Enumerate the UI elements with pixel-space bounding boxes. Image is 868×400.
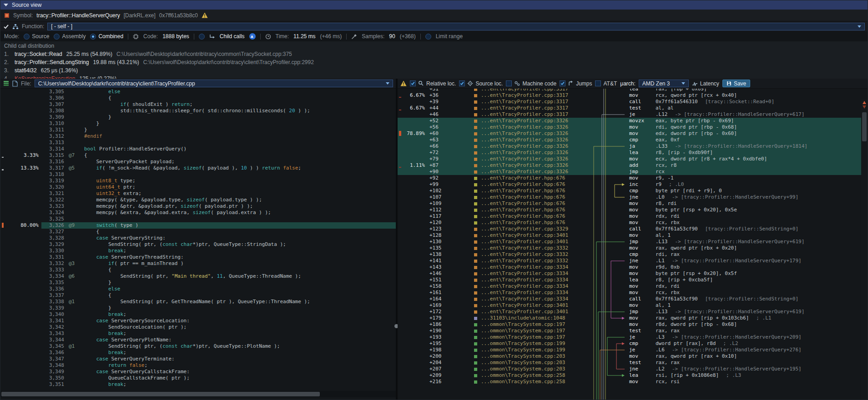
asm-row[interactable]: +190...ommon\TracySystem.cpp:197testrax,…	[398, 328, 868, 334]
asm-row[interactable]: +204...ommon\TracySystem.cpp:203testrax,…	[398, 360, 868, 366]
save-button[interactable]: Save	[722, 80, 750, 87]
source-line[interactable]: 3,328 case ServerQueryString:	[0, 235, 396, 241]
asm-row[interactable]: +200...ommon\TracySystem.cpp:203movrax, …	[398, 353, 868, 360]
mode-radio-combined[interactable]: Combined	[90, 33, 123, 40]
child-calls-toggle[interactable]	[199, 34, 205, 40]
source-line[interactable]: 3,340 break;	[0, 311, 396, 318]
asm-row[interactable]: +146...ent\TracyProfiler.cpp:3334movbyte…	[398, 270, 868, 277]
asm-row[interactable]: +112...ent\TracyProfiler.hpp:676movbyte …	[398, 207, 868, 213]
asm-row[interactable]: +99...ent\TracyProfiler.hpp:676incr9; .L…	[398, 181, 868, 188]
asm-row[interactable]: +39...ent\TracyProfiler.cpp:3317call0x7f…	[398, 99, 868, 105]
source-line[interactable]: 3,346 break;	[0, 350, 396, 356]
asm-row[interactable]: +179...31103\include\atomic:1048movrax, …	[398, 315, 868, 321]
child-call-item[interactable]: 3.stat64i32625 μs (1.36%)	[4, 66, 864, 75]
asm-row[interactable]: +31...ent\TracyProfiler.cpp:3317learax, …	[398, 89, 868, 92]
asm-row[interactable]: +138...ent\TracyProfiler.cpp:3332cmprdi,…	[398, 251, 868, 258]
asm-row[interactable]: +120...ent\TracyProfiler.hpp:676movrcx, …	[398, 220, 868, 226]
source-line[interactable]: 3,307 if( shouldExit ) return;	[0, 101, 396, 108]
asm-row[interactable]: +207...ommon\TracySystem.cpp:203jne.L2->…	[398, 366, 868, 372]
scrollbar-thumb[interactable]	[1, 392, 320, 396]
asm-row[interactable]: +56...ent\TracyProfiler.cpp:3326movrdi, …	[398, 124, 868, 130]
source-line[interactable]: 3,330 break;	[0, 248, 396, 254]
asm-row[interactable]: +63...ent\TracyProfiler.cpp:3326cmpeax, …	[398, 137, 868, 143]
source-line[interactable]: 3,327 {	[0, 229, 396, 235]
asm-row[interactable]: +92...ent\TracyProfiler.hpp:676movr9, -1	[398, 175, 868, 181]
source-line[interactable]: 3,305 else	[0, 89, 396, 95]
source-line[interactable]: 3,335 }	[0, 280, 396, 286]
source-line[interactable]: 3,342 SendSourceLocation( ptr );	[0, 324, 396, 330]
source-line[interactable]: 3,311}	[0, 127, 396, 133]
asm-row[interactable]: +209...ommon\TracySystem.cpp:258learsi, …	[398, 372, 868, 379]
asm-row[interactable]: +198...ommon\TracySystem.cpp:199je.L6-> …	[398, 347, 868, 353]
source-line[interactable]: 3,308 std::this_thread::sleep_for( std::…	[0, 108, 396, 114]
asm-row[interactable]: +186...ommon\TracySystem.cpp:197movr8d, …	[398, 321, 868, 328]
latency-toggle[interactable]: Latency	[692, 80, 719, 87]
asm-row[interactable]: +128...ent\TracyProfiler.cpp:3401moval, …	[398, 232, 868, 239]
asm-row[interactable]: +117...ent\TracyProfiler.hpp:676movrdx, …	[398, 213, 868, 220]
asm-row[interactable]: +143...ent\TracyProfiler.cpp:3334movr9d,…	[398, 264, 868, 270]
asm-row[interactable]: +79...ent\TracyProfiler.cpp:3326movecx, …	[398, 156, 868, 162]
source-line[interactable]: 3,350 QueueCallstackFrame( ptr );	[0, 375, 396, 381]
source-line[interactable]: 3,344 case ServerQueryPlotName:	[0, 337, 396, 343]
asm-row[interactable]: +172...ent\TracyProfiler.cpp:3401jmp.L13…	[398, 309, 868, 315]
source-line[interactable]: 3,322 memcpy( &type, &payload.type, size…	[0, 197, 396, 203]
asm-row[interactable]: 6.67%+36...ent\TracyProfiler.cpp:3317mov…	[398, 92, 868, 99]
asm-row[interactable]: 1.11%+87...ent\TracyProfiler.cpp:3326add…	[398, 162, 868, 169]
source-line[interactable]: 3,310 }	[0, 120, 396, 127]
asm-row[interactable]: +169...ent\TracyProfiler.cpp:3401moval, …	[398, 302, 868, 309]
collapse-icon[interactable]	[4, 4, 8, 6]
asm-row[interactable]: 6.67%+44...ent\TracyProfiler.cpp:3317tes…	[398, 105, 868, 111]
relative-loc-checkbox[interactable]: Relative loc.	[410, 80, 456, 87]
source-line[interactable]: 3,336 else	[0, 286, 396, 292]
source-line[interactable]: 3,333 {	[0, 267, 396, 273]
horizontal-scrollbar[interactable]	[0, 391, 396, 397]
asm-row[interactable]: +107...ent\TracyProfiler.hpp:676jne.L0->…	[398, 194, 868, 200]
scroll-up-icon[interactable]	[863, 101, 866, 104]
source-line[interactable]: 3,347 case ServerQueryTerminate:	[0, 356, 396, 362]
source-line[interactable]: 3,339 }	[0, 305, 396, 311]
source-line[interactable]: 3,306 {	[0, 95, 396, 101]
source-line[interactable]: 3,312#endif	[0, 133, 396, 140]
asm-row[interactable]: +46...ent\TracyProfiler.cpp:3317je.L12->…	[398, 111, 868, 118]
source-line[interactable]: 3,337 {	[0, 292, 396, 299]
source-line[interactable]: 3,323 memcpy( &ptr, &payload.ptr, sizeof…	[0, 203, 396, 210]
mode-radio-source[interactable]: Source	[24, 33, 49, 40]
layers-icon[interactable]	[3, 80, 9, 86]
source-line[interactable]: 3,321 uint32_t extra;	[0, 190, 396, 197]
chevron-down-icon[interactable]	[681, 82, 685, 85]
source-line[interactable]: 3,345@1 SendString( ptr, (const char*)pt…	[0, 343, 396, 350]
propagate-up-button[interactable]	[249, 33, 256, 40]
mode-radio-assembly[interactable]: Assembly	[54, 33, 86, 40]
source-code-view[interactable]: 3,305 else3,306 {3,307 if( shouldExit ) …	[0, 89, 396, 389]
source-line[interactable]: 3,309 }	[0, 114, 396, 120]
function-combo[interactable]: [ - self - ]	[47, 23, 865, 30]
source-line[interactable]: 3,319 uint8_t type;	[0, 178, 396, 184]
vertical-scrollbar[interactable]	[861, 99, 868, 400]
source-line[interactable]: 3.33%3,315@7{	[0, 152, 396, 159]
source-line[interactable]: 80.00%3,326@9 switch( type )	[0, 222, 396, 229]
asm-row[interactable]: +123...ent\TracyProfiler.cpp:3329call0x7…	[398, 226, 868, 232]
asm-row[interactable]: +130...ent\TracyProfiler.cpp:3401jmp.L13…	[398, 239, 868, 245]
asm-row[interactable]: +72...ent\TracyProfiler.cpp:3326lear8, […	[398, 150, 868, 156]
asm-row[interactable]: +135...ent\TracyProfiler.cpp:3332movrax,…	[398, 245, 868, 251]
asm-row[interactable]: +109...ent\TracyProfiler.hpp:676movr8, r…	[398, 200, 868, 207]
child-call-item[interactable]: 1.tracy::Socket::Read25.25 ms (54.89%)C:…	[4, 50, 864, 58]
source-line[interactable]: 3,348 return false;	[0, 362, 396, 369]
limit-range-toggle[interactable]	[425, 34, 431, 40]
uarch-combo[interactable]: AMD Zen 3	[639, 80, 689, 87]
check-icon[interactable]	[3, 24, 9, 30]
scrollbar-thumb[interactable]	[862, 112, 867, 141]
asm-row[interactable]: +66...ent\TracyProfiler.cpp:3326ja.L33->…	[398, 143, 868, 150]
jumps-checkbox[interactable]: Jumps	[560, 80, 592, 87]
source-line[interactable]: 3,351 break;	[0, 381, 396, 388]
asm-row[interactable]: +158...ent\TracyProfiler.cpp:3334movrdx,…	[398, 283, 868, 290]
asm-row[interactable]: +151...ent\TracyProfiler.cpp:3334lear8, …	[398, 277, 868, 283]
asm-row[interactable]: +161...ent\TracyProfiler.cpp:3334movrcx,…	[398, 290, 868, 296]
asm-row[interactable]: +193...ommon\TracySystem.cpp:197je.L3-> …	[398, 334, 868, 340]
source-line[interactable]: 3,314bool Profiler::HandleServerQuery()	[0, 146, 396, 152]
assembly-view[interactable]: +31...ent\TracyProfiler.cpp:3317learax, …	[398, 89, 868, 400]
att-checkbox[interactable]: AT&T	[595, 80, 617, 87]
source-line[interactable]: 3,331 case ServerQueryThreadString:	[0, 254, 396, 260]
source-line[interactable]: 13.33%3,317@5 if( !m_sock->Read( &payloa…	[0, 165, 396, 171]
asm-row[interactable]: 78.89%+60...ent\TracyProfiler.cpp:3326mo…	[398, 130, 868, 137]
